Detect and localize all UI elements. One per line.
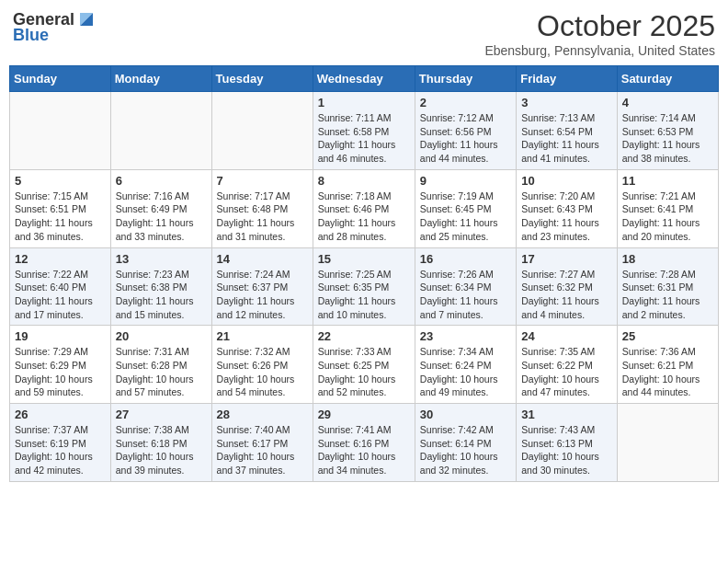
calendar-cell: 19Sunrise: 7:29 AM Sunset: 6:29 PM Dayli… [10, 326, 111, 404]
location-text: Ebensburg, Pennsylvania, United States [484, 43, 715, 58]
calendar-header-wednesday: Wednesday [313, 66, 415, 92]
calendar-table: SundayMondayTuesdayWednesdayThursdayFrid… [9, 65, 719, 482]
day-number: 30 [420, 408, 511, 421]
calendar-cell [10, 92, 111, 170]
day-info: Sunrise: 7:34 AM Sunset: 6:24 PM Dayligh… [420, 345, 511, 399]
calendar-cell: 16Sunrise: 7:26 AM Sunset: 6:34 PM Dayli… [415, 247, 516, 326]
day-number: 16 [420, 252, 511, 266]
calendar-cell [617, 404, 718, 482]
calendar-cell [211, 92, 313, 170]
day-number: 23 [420, 329, 511, 343]
day-info: Sunrise: 7:11 AM Sunset: 6:58 PM Dayligh… [318, 111, 410, 166]
calendar-cell [110, 92, 211, 170]
day-info: Sunrise: 7:33 AM Sunset: 6:25 PM Dayligh… [318, 345, 410, 399]
calendar-week-3: 12Sunrise: 7:22 AM Sunset: 6:40 PM Dayli… [10, 247, 719, 326]
calendar-cell: 24Sunrise: 7:35 AM Sunset: 6:22 PM Dayli… [517, 326, 618, 404]
calendar-cell: 28Sunrise: 7:40 AM Sunset: 6:17 PM Dayli… [211, 404, 313, 482]
calendar-cell: 18Sunrise: 7:28 AM Sunset: 6:31 PM Dayli… [617, 247, 718, 326]
calendar-header-row: SundayMondayTuesdayWednesdayThursdayFrid… [10, 66, 719, 92]
day-info: Sunrise: 7:12 AM Sunset: 6:56 PM Dayligh… [420, 111, 511, 166]
day-number: 10 [521, 174, 612, 188]
day-info: Sunrise: 7:19 AM Sunset: 6:45 PM Dayligh… [420, 190, 511, 244]
day-info: Sunrise: 7:16 AM Sunset: 6:49 PM Dayligh… [116, 190, 207, 244]
day-info: Sunrise: 7:26 AM Sunset: 6:34 PM Dayligh… [420, 268, 511, 322]
day-info: Sunrise: 7:29 AM Sunset: 6:29 PM Dayligh… [15, 345, 106, 399]
day-info: Sunrise: 7:21 AM Sunset: 6:41 PM Dayligh… [622, 190, 713, 244]
day-info: Sunrise: 7:22 AM Sunset: 6:40 PM Dayligh… [15, 268, 106, 322]
calendar-cell: 7Sunrise: 7:17 AM Sunset: 6:48 PM Daylig… [211, 169, 313, 247]
logo: General Blue [13, 9, 97, 45]
day-number: 8 [318, 174, 410, 188]
day-info: Sunrise: 7:27 AM Sunset: 6:32 PM Dayligh… [521, 268, 612, 322]
calendar-cell: 31Sunrise: 7:43 AM Sunset: 6:13 PM Dayli… [517, 404, 618, 482]
day-number: 1 [318, 96, 410, 109]
calendar-cell: 29Sunrise: 7:41 AM Sunset: 6:16 PM Dayli… [313, 404, 415, 482]
day-info: Sunrise: 7:24 AM Sunset: 6:37 PM Dayligh… [217, 268, 308, 322]
day-number: 20 [116, 329, 207, 343]
day-number: 4 [622, 96, 713, 109]
calendar-cell: 23Sunrise: 7:34 AM Sunset: 6:24 PM Dayli… [415, 326, 516, 404]
calendar-header-tuesday: Tuesday [211, 66, 313, 92]
day-number: 22 [318, 329, 410, 343]
calendar-cell: 12Sunrise: 7:22 AM Sunset: 6:40 PM Dayli… [10, 247, 111, 326]
calendar-cell: 22Sunrise: 7:33 AM Sunset: 6:25 PM Dayli… [313, 326, 415, 404]
day-number: 21 [217, 329, 308, 343]
day-info: Sunrise: 7:37 AM Sunset: 6:19 PM Dayligh… [15, 423, 106, 477]
calendar-cell: 2Sunrise: 7:12 AM Sunset: 6:56 PM Daylig… [415, 92, 516, 170]
calendar-cell: 30Sunrise: 7:42 AM Sunset: 6:14 PM Dayli… [415, 404, 516, 482]
day-info: Sunrise: 7:28 AM Sunset: 6:31 PM Dayligh… [622, 268, 713, 322]
calendar-cell: 9Sunrise: 7:19 AM Sunset: 6:45 PM Daylig… [415, 169, 516, 247]
calendar-header-saturday: Saturday [617, 66, 718, 92]
day-number: 9 [420, 174, 511, 188]
day-info: Sunrise: 7:35 AM Sunset: 6:22 PM Dayligh… [521, 345, 612, 399]
calendar-header-sunday: Sunday [10, 66, 111, 92]
calendar-cell: 1Sunrise: 7:11 AM Sunset: 6:58 PM Daylig… [313, 92, 415, 170]
day-info: Sunrise: 7:31 AM Sunset: 6:28 PM Dayligh… [116, 345, 207, 399]
day-info: Sunrise: 7:41 AM Sunset: 6:16 PM Dayligh… [318, 423, 410, 477]
day-number: 29 [318, 408, 410, 421]
page-header: General Blue October 2025 Ebensburg, Pen… [9, 9, 719, 58]
day-number: 7 [217, 174, 308, 188]
day-number: 28 [217, 408, 308, 421]
calendar-cell: 10Sunrise: 7:20 AM Sunset: 6:43 PM Dayli… [517, 169, 618, 247]
calendar-cell: 17Sunrise: 7:27 AM Sunset: 6:32 PM Dayli… [517, 247, 618, 326]
calendar-cell: 11Sunrise: 7:21 AM Sunset: 6:41 PM Dayli… [617, 169, 718, 247]
title-area: October 2025 Ebensburg, Pennsylvania, Un… [484, 9, 715, 58]
day-number: 18 [622, 252, 713, 266]
calendar-cell: 5Sunrise: 7:15 AM Sunset: 6:51 PM Daylig… [10, 169, 111, 247]
calendar-week-1: 1Sunrise: 7:11 AM Sunset: 6:58 PM Daylig… [10, 92, 719, 170]
day-info: Sunrise: 7:38 AM Sunset: 6:18 PM Dayligh… [116, 423, 207, 477]
day-info: Sunrise: 7:23 AM Sunset: 6:38 PM Dayligh… [116, 268, 207, 322]
month-title: October 2025 [484, 9, 715, 43]
day-number: 2 [420, 96, 511, 109]
calendar-cell: 13Sunrise: 7:23 AM Sunset: 6:38 PM Dayli… [110, 247, 211, 326]
calendar-header-thursday: Thursday [415, 66, 516, 92]
calendar-header-monday: Monday [110, 66, 211, 92]
day-number: 24 [521, 329, 612, 343]
day-number: 12 [15, 252, 106, 266]
logo-icon [76, 9, 97, 29]
day-number: 15 [318, 252, 410, 266]
calendar-cell: 3Sunrise: 7:13 AM Sunset: 6:54 PM Daylig… [517, 92, 618, 170]
day-info: Sunrise: 7:17 AM Sunset: 6:48 PM Dayligh… [217, 190, 308, 244]
calendar-header-friday: Friday [517, 66, 618, 92]
calendar-week-4: 19Sunrise: 7:29 AM Sunset: 6:29 PM Dayli… [10, 326, 719, 404]
day-number: 6 [116, 174, 207, 188]
day-number: 19 [15, 329, 106, 343]
day-info: Sunrise: 7:13 AM Sunset: 6:54 PM Dayligh… [521, 111, 612, 166]
day-number: 11 [622, 174, 713, 188]
day-number: 25 [622, 329, 713, 343]
day-number: 13 [116, 252, 207, 266]
calendar-cell: 8Sunrise: 7:18 AM Sunset: 6:46 PM Daylig… [313, 169, 415, 247]
calendar-cell: 6Sunrise: 7:16 AM Sunset: 6:49 PM Daylig… [110, 169, 211, 247]
day-info: Sunrise: 7:42 AM Sunset: 6:14 PM Dayligh… [420, 423, 511, 477]
calendar-cell: 4Sunrise: 7:14 AM Sunset: 6:53 PM Daylig… [617, 92, 718, 170]
calendar-cell: 14Sunrise: 7:24 AM Sunset: 6:37 PM Dayli… [211, 247, 313, 326]
day-number: 31 [521, 408, 612, 421]
calendar-week-2: 5Sunrise: 7:15 AM Sunset: 6:51 PM Daylig… [10, 169, 719, 247]
calendar-cell: 25Sunrise: 7:36 AM Sunset: 6:21 PM Dayli… [617, 326, 718, 404]
day-info: Sunrise: 7:15 AM Sunset: 6:51 PM Dayligh… [15, 190, 106, 244]
day-number: 3 [521, 96, 612, 109]
day-number: 14 [217, 252, 308, 266]
day-number: 26 [15, 408, 106, 421]
